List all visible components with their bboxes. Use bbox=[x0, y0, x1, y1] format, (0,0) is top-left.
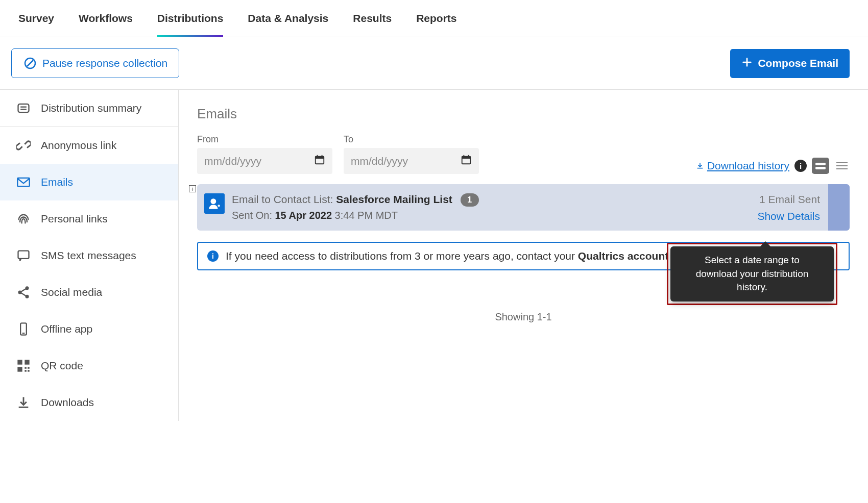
tab-distributions[interactable]: Distributions bbox=[157, 0, 224, 37]
sidebar: Distribution summary Anonymous link Emai… bbox=[0, 90, 179, 421]
expand-card-button[interactable]: + bbox=[189, 185, 196, 192]
pagination-text: Showing 1-1 bbox=[197, 311, 850, 323]
sidebar-item-offline[interactable]: Offline app bbox=[0, 311, 178, 347]
svg-rect-20 bbox=[28, 370, 30, 372]
tab-survey[interactable]: Survey bbox=[18, 0, 54, 37]
info-icon: i bbox=[207, 250, 219, 262]
sidebar-item-label: Downloads bbox=[41, 396, 94, 409]
svg-rect-26 bbox=[462, 157, 471, 159]
link-icon bbox=[16, 138, 31, 153]
tooltip: Select a date range to download your dis… bbox=[670, 246, 834, 301]
svg-line-10 bbox=[21, 289, 26, 292]
download-history-link[interactable]: Download history bbox=[696, 160, 789, 172]
sidebar-item-emails[interactable]: Emails bbox=[0, 164, 178, 200]
main-layout: Distribution summary Anonymous link Emai… bbox=[0, 90, 868, 421]
tab-data-analysis[interactable]: Data & Analysis bbox=[248, 0, 328, 37]
fingerprint-icon bbox=[16, 212, 31, 226]
svg-rect-22 bbox=[316, 157, 324, 159]
sidebar-item-label: Emails bbox=[41, 176, 73, 188]
svg-rect-18 bbox=[28, 367, 30, 369]
sidebar-item-sms[interactable]: SMS text messages bbox=[0, 237, 178, 274]
tab-workflows[interactable]: Workflows bbox=[79, 0, 133, 37]
content: Emails From mm/dd/yyyy To mm/dd/yyyy bbox=[179, 90, 868, 421]
filter-actions: Download history i bbox=[696, 158, 850, 174]
filter-row: From mm/dd/yyyy To mm/dd/yyyy bbox=[197, 134, 850, 174]
compose-email-button[interactable]: Compose Email bbox=[730, 49, 850, 78]
card-count-badge: 1 bbox=[461, 193, 479, 207]
qr-icon bbox=[16, 359, 31, 373]
email-distribution-card[interactable]: Email to Contact List: Salesforce Mailin… bbox=[197, 184, 850, 231]
email-icon bbox=[16, 175, 31, 189]
to-placeholder: mm/dd/yyyy bbox=[351, 155, 408, 167]
action-bar: Pause response collection Compose Email bbox=[0, 37, 868, 90]
to-label: To bbox=[344, 134, 479, 145]
from-label: From bbox=[197, 134, 332, 145]
download-arrow-icon bbox=[696, 162, 704, 170]
tooltip-highlight: Select a date range to download your dis… bbox=[667, 243, 837, 305]
top-nav: Survey Workflows Distributions Data & An… bbox=[0, 0, 868, 37]
to-date-input[interactable]: mm/dd/yyyy bbox=[344, 148, 479, 174]
sidebar-item-personal[interactable]: Personal links bbox=[0, 200, 178, 237]
card-title: Email to Contact List: Salesforce Mailin… bbox=[232, 193, 817, 207]
sidebar-item-summary[interactable]: Distribution summary bbox=[0, 90, 178, 127]
download-history-label: Download history bbox=[707, 160, 789, 172]
email-sent-status: 1 Email Sent bbox=[759, 193, 820, 206]
card-prefix: Email to Contact List: bbox=[232, 193, 336, 205]
page-title: Emails bbox=[197, 106, 850, 122]
contact-add-icon bbox=[204, 193, 225, 214]
calendar-icon bbox=[314, 154, 325, 168]
tab-results[interactable]: Results bbox=[353, 0, 392, 37]
phone-icon bbox=[16, 322, 31, 336]
svg-rect-17 bbox=[25, 367, 27, 369]
sent-prefix: Sent On: bbox=[232, 210, 275, 221]
sidebar-item-downloads[interactable]: Downloads bbox=[0, 384, 178, 421]
sidebar-item-label: Social media bbox=[41, 286, 102, 298]
svg-rect-16 bbox=[17, 367, 22, 371]
to-field-wrapper: To mm/dd/yyyy bbox=[344, 134, 479, 174]
pause-response-button[interactable]: Pause response collection bbox=[11, 48, 179, 78]
tab-reports[interactable]: Reports bbox=[416, 0, 456, 37]
view-card-toggle[interactable] bbox=[812, 158, 829, 174]
svg-rect-6 bbox=[18, 251, 29, 259]
from-field-wrapper: From mm/dd/yyyy bbox=[197, 134, 332, 174]
sidebar-item-label: Offline app bbox=[41, 323, 92, 335]
from-placeholder: mm/dd/yyyy bbox=[204, 155, 261, 167]
sms-icon bbox=[16, 248, 31, 263]
share-icon bbox=[16, 285, 31, 299]
sidebar-item-label: SMS text messages bbox=[41, 249, 136, 262]
sidebar-item-anonymous[interactable]: Anonymous link bbox=[0, 127, 178, 164]
view-list-toggle[interactable] bbox=[834, 160, 850, 171]
pause-label: Pause response collection bbox=[42, 57, 167, 69]
plus-icon bbox=[741, 57, 753, 70]
card-sent-on: Sent On: 15 Apr 2022 3:44 PM MDT bbox=[232, 210, 817, 221]
card-accent-strip bbox=[828, 184, 850, 231]
svg-rect-19 bbox=[25, 370, 27, 372]
show-details-link[interactable]: Show Details bbox=[757, 210, 820, 222]
sidebar-item-qr[interactable]: QR code bbox=[0, 347, 178, 384]
svg-rect-15 bbox=[25, 360, 29, 364]
svg-line-1 bbox=[27, 60, 33, 66]
sidebar-item-label: QR code bbox=[41, 360, 83, 372]
summary-icon bbox=[16, 101, 31, 115]
calendar-icon bbox=[461, 154, 472, 168]
card-list-name: Salesforce Mailing List bbox=[336, 193, 452, 205]
pause-icon bbox=[23, 56, 37, 70]
sidebar-item-label: Personal links bbox=[41, 213, 108, 225]
sidebar-item-label: Distribution summary bbox=[41, 102, 141, 114]
svg-line-11 bbox=[21, 293, 26, 296]
sent-date: 15 Apr 2022 bbox=[275, 210, 332, 221]
from-date-input[interactable]: mm/dd/yyyy bbox=[197, 148, 332, 174]
sidebar-item-label: Anonymous link bbox=[41, 139, 116, 152]
svg-rect-5 bbox=[17, 178, 29, 186]
svg-rect-14 bbox=[17, 360, 22, 364]
sidebar-item-social[interactable]: Social media bbox=[0, 274, 178, 311]
sent-time: 3:44 PM MDT bbox=[332, 210, 398, 221]
info-icon[interactable]: i bbox=[794, 160, 807, 172]
download-icon bbox=[16, 395, 31, 410]
svg-rect-2 bbox=[18, 104, 29, 112]
svg-point-29 bbox=[210, 198, 216, 204]
compose-label: Compose Email bbox=[758, 57, 838, 69]
